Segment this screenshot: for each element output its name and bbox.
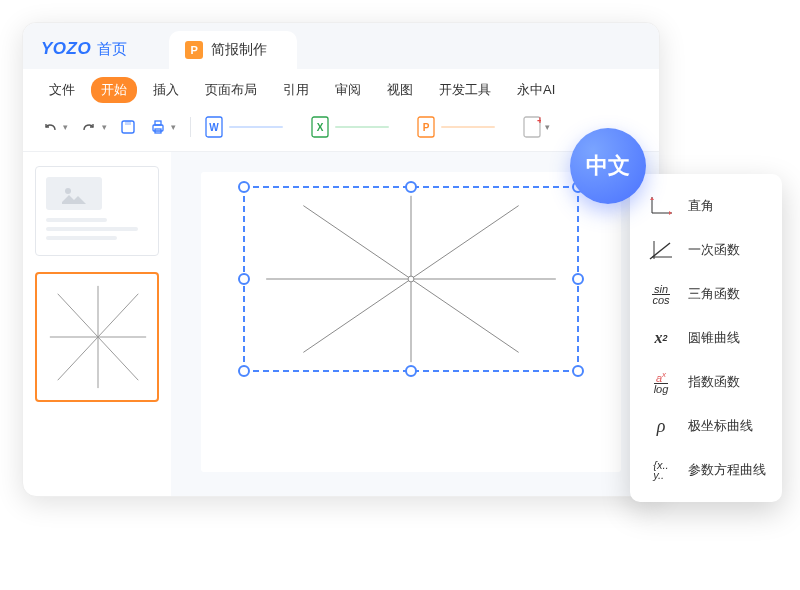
language-badge[interactable]: 中文 [570,128,646,204]
slide-panel [23,152,171,497]
function-menu-panel: 直角 一次函数 sincos 三角函数 x2 圆锥曲线 axlog 指数函数 ρ… [630,174,782,502]
axes-shape[interactable] [245,188,577,370]
language-badge-label: 中文 [586,151,630,181]
menu-file[interactable]: 文件 [39,77,85,103]
document-tab-label: 简报制作 [211,41,267,59]
menu-layout[interactable]: 页面布局 [195,77,267,103]
linear-function-icon [646,238,676,262]
separator [190,117,191,137]
brand-logo: YOZO [41,39,91,59]
resize-handle-br[interactable] [572,365,584,377]
redo-button[interactable]: ▾ [76,115,111,139]
undo-button[interactable]: ▾ [37,115,72,139]
menu-start[interactable]: 开始 [91,77,137,103]
right-angle-icon [646,194,676,218]
polar-icon: ρ [646,414,676,438]
slide-thumb-2[interactable] [35,272,159,402]
menu-trig-function[interactable]: sincos 三角函数 [630,272,782,316]
menu-item-label: 直角 [688,197,714,215]
slide-thumb-1[interactable] [35,166,159,256]
chevron-down-icon: ▾ [171,122,176,132]
parametric-icon: {x..y.. [646,458,676,482]
menu-bar: 文件 开始 插入 页面布局 引用 审阅 视图 开发工具 永中AI [23,69,659,107]
slide-canvas[interactable] [201,172,621,472]
menu-item-label: 圆锥曲线 [688,329,740,347]
menu-item-label: 三角函数 [688,285,740,303]
word-doc-button[interactable]: W [201,113,287,141]
axes-preview-icon [43,280,153,394]
underline [229,126,283,128]
menu-view[interactable]: 视图 [377,77,423,103]
app-window: YOZO 首页 P 简报制作 文件 开始 插入 页面布局 引用 审阅 视图 开发… [22,22,660,497]
svg-text:X: X [317,122,324,133]
exponential-icon: axlog [646,370,676,394]
text-lines-placeholder [46,218,148,245]
document-tab[interactable]: P 简报制作 [169,31,297,69]
chevron-down-icon: ▾ [63,122,68,132]
selection-box[interactable] [243,186,579,372]
excel-doc-button[interactable]: X [307,113,393,141]
menu-insert[interactable]: 插入 [143,77,189,103]
resize-handle-tm[interactable] [405,181,417,193]
new-doc-button[interactable]: + ▾ [519,113,554,141]
menu-parametric-curve[interactable]: {x..y.. 参数方程曲线 [630,448,782,492]
canvas-area[interactable] [171,152,659,497]
resize-handle-mr[interactable] [572,273,584,285]
svg-text:P: P [423,122,430,133]
resize-handle-bm[interactable] [405,365,417,377]
ppt-doc-button[interactable]: P [413,113,499,141]
underline [335,126,389,128]
presentation-icon: P [185,41,203,59]
toolbar: ▾ ▾ ▾ W X P + ▾ [23,107,659,152]
underline [441,126,495,128]
trig-icon: sincos [646,282,676,306]
resize-handle-ml[interactable] [238,273,250,285]
menu-ai[interactable]: 永中AI [507,77,565,103]
image-placeholder-icon [46,177,102,210]
menu-linear-function[interactable]: 一次函数 [630,228,782,272]
menu-exponential-function[interactable]: axlog 指数函数 [630,360,782,404]
svg-point-13 [65,188,71,194]
menu-reference[interactable]: 引用 [273,77,319,103]
menu-devtools[interactable]: 开发工具 [429,77,501,103]
resize-handle-tl[interactable] [238,181,250,193]
home-link[interactable]: 首页 [97,40,127,59]
menu-item-label: 参数方程曲线 [688,461,766,479]
menu-item-label: 指数函数 [688,373,740,391]
svg-point-22 [408,276,414,282]
title-bar: YOZO 首页 P 简报制作 [23,23,659,69]
menu-item-label: 极坐标曲线 [688,417,753,435]
menu-polar-curve[interactable]: ρ 极坐标曲线 [630,404,782,448]
conic-icon: x2 [646,326,676,350]
chevron-down-icon: ▾ [102,122,107,132]
menu-right-angle[interactable]: 直角 [630,184,782,228]
print-button[interactable]: ▾ [145,115,180,139]
svg-rect-1 [125,121,131,125]
svg-rect-3 [155,121,161,125]
resize-handle-bl[interactable] [238,365,250,377]
menu-item-label: 一次函数 [688,241,740,259]
workspace [23,152,659,497]
menu-review[interactable]: 审阅 [325,77,371,103]
save-button[interactable] [115,115,141,139]
menu-conic-curve[interactable]: x2 圆锥曲线 [630,316,782,360]
chevron-down-icon: ▾ [545,122,550,132]
svg-text:W: W [209,122,219,133]
svg-text:+: + [537,116,541,126]
